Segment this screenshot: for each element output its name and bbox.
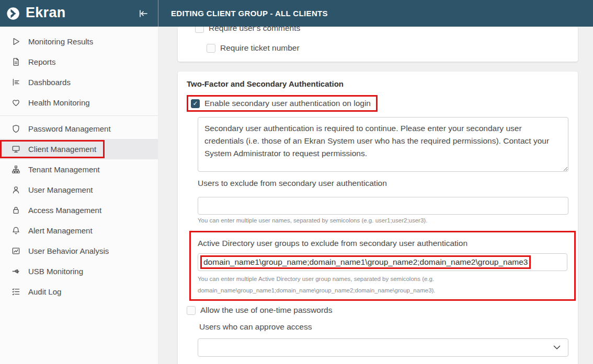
section-title: Two-Factor and Secondary Authentication — [187, 79, 568, 88]
require-ticket-row: Require ticket number — [207, 43, 567, 53]
enable-secondary-auth-annotation: Enable secondary user authentication on … — [187, 95, 378, 112]
sidebar-item-label: Access Management — [28, 206, 101, 215]
require-ticket-label: Require ticket number — [220, 43, 300, 53]
sidebar-item-audit-log[interactable]: Audit Log — [0, 281, 158, 302]
sidebar-item-label: Client Management — [28, 145, 96, 154]
users-exclude-input[interactable] — [198, 197, 568, 215]
ekran-logo-icon — [6, 6, 22, 21]
users-exclude-label: Users to exclude from secondary user aut… — [198, 179, 568, 188]
ekran-app: Ekran EDITING CLIENT GROUP - ALL CLIENTS… — [0, 0, 593, 364]
sidebar-item-label: Password Management — [28, 124, 111, 133]
secondary-auth-message-textarea[interactable]: Secondary user authentication is require… — [198, 117, 568, 172]
sidebar-item-password-management[interactable]: Password Management — [0, 119, 158, 139]
approve-access-select[interactable] — [198, 338, 568, 357]
ad-groups-annotation: Active Directory user groups to exclude … — [189, 231, 576, 301]
enable-secondary-auth-label: Enable secondary user authentication on … — [204, 99, 371, 108]
chevron-down-icon — [553, 345, 561, 350]
sidebar-item-usb-monitoring[interactable]: USB Monitoring — [0, 261, 158, 281]
sitemap-icon — [11, 165, 20, 174]
approve-access-label: Users who can approve access — [199, 322, 568, 332]
ad-groups-value-annotation: domain_name1\group_name;domain_name1\gro… — [200, 255, 531, 269]
ekran-logo[interactable]: Ekran — [6, 6, 66, 21]
page-title: EDITING CLIENT GROUP - ALL CLIENTS — [158, 0, 328, 27]
sidebar-item-user-behavior-analysis[interactable]: User Behavior Analysis — [0, 241, 158, 261]
sidebar-item-dashboards[interactable]: Dashboards — [0, 72, 158, 92]
user-icon — [11, 185, 20, 195]
sidebar-header: Ekran — [0, 0, 158, 27]
sidebar-item-reports[interactable]: Reports — [0, 52, 158, 72]
sidebar-item-label: Health Monitoring — [28, 98, 90, 107]
one-time-passwords-label: Allow the use of one-time passwords — [200, 306, 332, 315]
monitor-icon — [11, 145, 20, 154]
sidebar-item-client-management[interactable]: Client Management — [0, 139, 158, 159]
require-comments-label: Require user's comments — [209, 27, 300, 33]
require-comments-checkbox[interactable] — [195, 27, 204, 33]
report-icon — [11, 57, 20, 67]
sidebar: Monitoring Results Reports Dashboards He… — [0, 27, 158, 364]
sidebar-item-alert-management[interactable]: Alert Management — [0, 220, 158, 241]
collapse-sidebar-icon — [138, 9, 149, 18]
sidebar-item-label: Audit Log — [28, 287, 61, 296]
sidebar-item-user-management[interactable]: User Management — [0, 180, 158, 200]
one-time-passwords-row: Allow the use of one-time passwords — [187, 306, 568, 315]
usb-icon — [11, 267, 20, 276]
play-icon — [11, 37, 20, 46]
lock-icon — [11, 206, 20, 215]
comments-settings-card: Require user's comments Require ticket n… — [178, 27, 578, 62]
one-time-passwords-checkbox[interactable] — [187, 306, 196, 315]
bell-icon — [11, 226, 20, 236]
ad-groups-hint-line1: You can enter multiple Active Directory … — [198, 273, 567, 285]
sidebar-item-label: Alert Management — [28, 226, 93, 235]
ad-groups-hint-line2: domain_name\group_name1;domain_name\grou… — [198, 285, 567, 296]
require-ticket-checkbox[interactable] — [207, 44, 215, 53]
shield-icon — [11, 124, 20, 134]
heart-icon — [11, 98, 20, 108]
users-exclude-hint: You can enter multiple user names, separ… — [198, 217, 568, 224]
chart-icon — [11, 246, 20, 256]
two-factor-auth-card: Two-Factor and Secondary Authentication … — [178, 72, 578, 364]
ad-groups-label: Active Directory user groups to exclude … — [198, 239, 567, 248]
ad-groups-input[interactable]: domain_name1\group_name;domain_name1\gro… — [198, 253, 567, 271]
sidebar-item-label: Dashboards — [28, 78, 71, 87]
sidebar-item-label: User Management — [28, 185, 93, 194]
sidebar-item-label: USB Monitoring — [28, 267, 83, 276]
audit-log-icon — [11, 287, 20, 297]
collapse-sidebar-button[interactable] — [137, 8, 150, 19]
ekran-logo-text: Ekran — [26, 6, 66, 21]
enable-secondary-auth-checkbox[interactable] — [191, 99, 200, 108]
sidebar-item-label: User Behavior Analysis — [28, 246, 109, 255]
top-header: Ekran EDITING CLIENT GROUP - ALL CLIENTS — [0, 0, 593, 27]
dashboard-icon — [11, 78, 20, 87]
sidebar-item-label: Monitoring Results — [28, 37, 93, 46]
sidebar-item-tenant-management[interactable]: Tenant Management — [0, 159, 158, 180]
sidebar-item-health-monitoring[interactable]: Health Monitoring — [0, 92, 158, 113]
sidebar-item-access-management[interactable]: Access Management — [0, 200, 158, 220]
sidebar-item-monitoring-results[interactable]: Monitoring Results — [0, 31, 158, 52]
sidebar-item-label: Tenant Management — [28, 165, 100, 174]
content-area: Require user's comments Require ticket n… — [158, 27, 593, 364]
sidebar-divider — [0, 115, 158, 116]
sidebar-item-label: Reports — [28, 57, 56, 66]
require-comments-row: Require user's comments — [195, 27, 567, 33]
